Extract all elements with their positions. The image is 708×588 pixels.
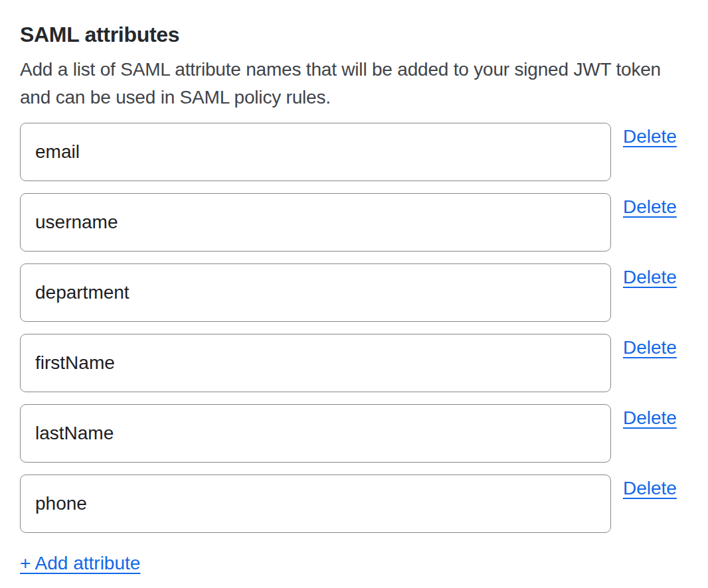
attribute-row: Delete — [20, 334, 679, 392]
attribute-input[interactable] — [20, 404, 611, 463]
delete-attribute-link[interactable]: Delete — [623, 123, 677, 147]
add-attribute-link[interactable]: + Add attribute — [20, 552, 140, 575]
attribute-row: Delete — [20, 475, 679, 533]
attribute-list: Delete Delete Delete Delete Delete Delet… — [20, 123, 679, 533]
attribute-row: Delete — [20, 263, 679, 322]
section-title: SAML attributes — [20, 22, 679, 47]
delete-attribute-link[interactable]: Delete — [623, 334, 677, 358]
attribute-input[interactable] — [20, 193, 611, 252]
attribute-input[interactable] — [20, 334, 611, 392]
delete-attribute-link[interactable]: Delete — [623, 263, 677, 288]
attribute-input[interactable] — [20, 123, 611, 181]
section-description: Add a list of SAML attribute names that … — [20, 56, 679, 111]
attribute-input[interactable] — [20, 263, 611, 322]
delete-attribute-link[interactable]: Delete — [623, 193, 677, 218]
saml-attributes-section: SAML attributes Add a list of SAML attri… — [0, 0, 708, 588]
delete-attribute-link[interactable]: Delete — [623, 404, 677, 429]
attribute-row: Delete — [20, 123, 679, 181]
attribute-input[interactable] — [20, 475, 611, 533]
delete-attribute-link[interactable]: Delete — [623, 475, 677, 499]
attribute-row: Delete — [20, 193, 679, 252]
attribute-row: Delete — [20, 404, 679, 463]
